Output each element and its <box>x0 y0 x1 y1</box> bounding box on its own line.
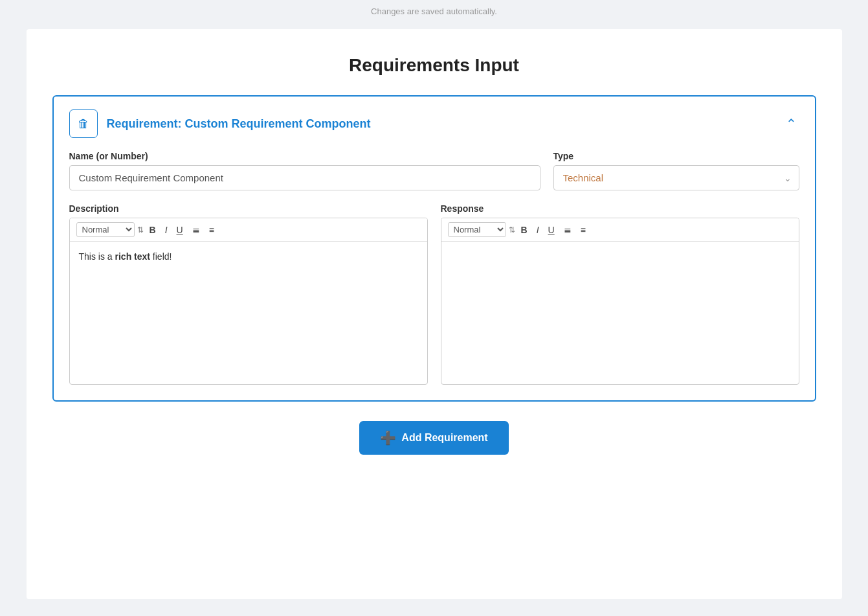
editors-row: Description Normal Heading 1 Heading 2 ⇅… <box>69 203 799 385</box>
fields-row: Name (or Number) Type Technical Function… <box>69 151 799 190</box>
add-requirement-section: ➕ Add Requirement <box>52 421 816 455</box>
add-requirement-button[interactable]: ➕ Add Requirement <box>359 421 508 455</box>
card-header: 🗑 Requirement: Custom Requirement Compon… <box>69 109 799 138</box>
type-select-wrapper: Technical Functional Non-Functional Busi… <box>553 165 799 190</box>
response-editor: Normal Heading 1 Heading 2 ⇅ B I U ≣ ≡ <box>441 218 799 385</box>
description-toolbar: Normal Heading 1 Heading 2 ⇅ B I U ≣ ≡ <box>70 218 427 242</box>
response-toolbar: Normal Heading 1 Heading 2 ⇅ B I U ≣ ≡ <box>441 218 799 242</box>
requirement-card: 🗑 Requirement: Custom Requirement Compon… <box>52 95 816 402</box>
type-label: Type <box>553 151 799 161</box>
description-unordered-list-button[interactable]: ≡ <box>206 223 217 237</box>
response-underline-button[interactable]: U <box>545 223 558 237</box>
add-requirement-label: Add Requirement <box>401 432 487 444</box>
ordered-list-icon: ≣ <box>192 225 200 235</box>
description-label: Description <box>69 203 428 214</box>
card-header-left: 🗑 Requirement: Custom Requirement Compon… <box>69 109 371 138</box>
response-sort-icon: ⇅ <box>509 225 515 234</box>
description-editor: Normal Heading 1 Heading 2 ⇅ B I U ≣ ≡ <box>69 218 428 385</box>
unordered-list-icon: ≡ <box>209 225 214 235</box>
auto-save-text: Changes are saved automatically. <box>371 6 497 16</box>
description-ordered-list-button[interactable]: ≣ <box>189 223 203 237</box>
response-ordered-list-icon: ≣ <box>564 225 572 235</box>
type-select[interactable]: Technical Functional Non-Functional Busi… <box>553 165 799 190</box>
response-editor-group: Response Normal Heading 1 Heading 2 ⇅ B … <box>441 203 799 385</box>
response-format-select[interactable]: Normal Heading 1 Heading 2 <box>448 222 506 237</box>
page-title: Requirements Input <box>52 55 816 76</box>
response-label: Response <box>441 203 799 214</box>
chevron-up-icon: ⌃ <box>786 117 797 131</box>
type-field-group: Type Technical Functional Non-Functional… <box>553 151 799 190</box>
response-italic-button[interactable]: I <box>533 223 542 237</box>
response-unordered-list-button[interactable]: ≡ <box>577 223 589 237</box>
auto-save-bar: Changes are saved automatically. <box>0 0 868 23</box>
name-label: Name (or Number) <box>69 151 540 161</box>
description-italic-button[interactable]: I <box>162 223 171 237</box>
name-field-group: Name (or Number) <box>69 151 540 190</box>
description-content[interactable]: This is a rich text field! <box>70 242 427 384</box>
plus-circle-icon: ➕ <box>380 430 396 446</box>
response-bold-button[interactable]: B <box>518 223 531 237</box>
description-editor-group: Description Normal Heading 1 Heading 2 ⇅… <box>69 203 428 385</box>
response-ordered-list-button[interactable]: ≣ <box>561 223 575 237</box>
delete-button[interactable]: 🗑 <box>69 109 98 138</box>
description-bold-button[interactable]: B <box>146 223 159 237</box>
name-input[interactable] <box>69 165 540 190</box>
collapse-button[interactable]: ⌃ <box>783 113 799 134</box>
description-underline-button[interactable]: U <box>173 223 186 237</box>
response-content[interactable] <box>441 242 799 384</box>
description-format-select[interactable]: Normal Heading 1 Heading 2 <box>76 222 135 237</box>
main-container: Requirements Input 🗑 Requirement: Custom… <box>27 29 842 599</box>
trash-icon: 🗑 <box>78 117 89 131</box>
response-unordered-list-icon: ≡ <box>581 225 586 235</box>
card-title: Requirement: Custom Requirement Componen… <box>107 117 371 131</box>
sort-icon: ⇅ <box>137 225 144 234</box>
